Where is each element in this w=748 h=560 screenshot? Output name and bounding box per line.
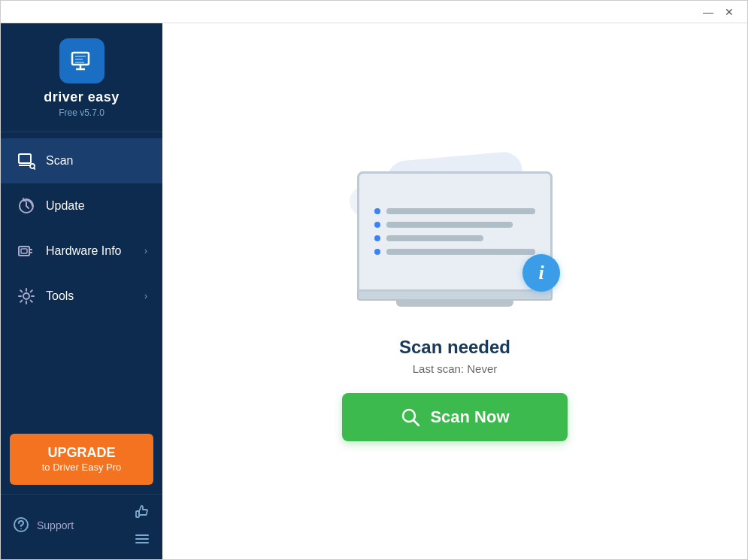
upgrade-sub-text: to Driver Easy Pro bbox=[17, 462, 146, 474]
app-logo-icon bbox=[59, 38, 104, 83]
main-content: i Scan needed Last scan: Never Scan Now bbox=[162, 23, 747, 559]
sidebar-bottom: Support bbox=[1, 494, 162, 559]
line-2 bbox=[386, 222, 513, 228]
logo-area: driver easy Free v5.7.0 bbox=[1, 23, 162, 132]
laptop-row-1 bbox=[374, 208, 535, 214]
scan-illustration: i bbox=[327, 141, 583, 322]
svg-rect-19 bbox=[136, 511, 139, 517]
laptop-base bbox=[357, 292, 553, 301]
sidebar-item-tools[interactable]: Tools › bbox=[1, 274, 162, 319]
sidebar: driver easy Free v5.7.0 Scan bbox=[1, 23, 162, 559]
sidebar-item-scan[interactable]: Scan bbox=[1, 138, 162, 183]
tools-label: Tools bbox=[46, 289, 144, 303]
logo-svg bbox=[68, 47, 96, 75]
laptop-row-3 bbox=[374, 235, 535, 241]
svg-rect-12 bbox=[19, 247, 29, 256]
scan-needed-title: Scan needed bbox=[399, 337, 510, 358]
scan-now-label: Scan Now bbox=[430, 407, 509, 427]
sidebar-item-update[interactable]: Update bbox=[1, 183, 162, 229]
app-window: — ✕ bbox=[0, 0, 748, 560]
app-name: driver easy bbox=[44, 89, 120, 106]
svg-rect-15 bbox=[21, 249, 27, 253]
sidebar-item-hardware-info[interactable]: Hardware Info › bbox=[1, 229, 162, 274]
hardware-info-arrow: › bbox=[144, 246, 147, 256]
scan-icon bbox=[16, 150, 37, 171]
app-version: Free v5.7.0 bbox=[59, 107, 104, 118]
scan-now-button[interactable]: Scan Now bbox=[342, 393, 568, 441]
laptop-illustration bbox=[357, 171, 553, 307]
line-1 bbox=[386, 208, 535, 214]
line-3 bbox=[386, 235, 483, 241]
upgrade-button[interactable]: UPGRADE to Driver Easy Pro bbox=[10, 434, 153, 485]
laptop-row-4 bbox=[374, 249, 535, 255]
search-icon bbox=[400, 407, 421, 428]
update-icon bbox=[16, 195, 37, 216]
svg-line-24 bbox=[413, 420, 419, 425]
scan-label: Scan bbox=[46, 154, 147, 168]
hardware-icon bbox=[16, 241, 37, 262]
app-body: driver easy Free v5.7.0 Scan bbox=[1, 23, 747, 559]
support-label: Support bbox=[37, 519, 74, 531]
dot-3 bbox=[374, 235, 380, 241]
list-icon[interactable] bbox=[132, 529, 152, 549]
thumbs-up-icon[interactable] bbox=[132, 502, 152, 522]
tools-icon bbox=[16, 286, 37, 307]
minimize-button[interactable]: — bbox=[698, 4, 719, 20]
laptop-row-2 bbox=[374, 222, 535, 228]
scan-status: Scan needed Last scan: Never bbox=[399, 337, 510, 375]
upgrade-main-text: UPGRADE bbox=[17, 444, 146, 462]
support-icon bbox=[13, 516, 31, 534]
last-scan-label: Last scan: Never bbox=[399, 362, 510, 375]
tools-arrow: › bbox=[144, 291, 147, 301]
sidebar-bottom-icons bbox=[132, 502, 162, 549]
info-badge: i bbox=[522, 254, 560, 292]
svg-point-16 bbox=[23, 293, 29, 299]
dot-1 bbox=[374, 208, 380, 214]
svg-rect-7 bbox=[19, 154, 31, 163]
laptop-stand bbox=[396, 301, 513, 307]
support-item[interactable]: Support bbox=[1, 516, 74, 534]
nav-items: Scan Update bbox=[1, 132, 162, 426]
title-bar: — ✕ bbox=[1, 1, 747, 23]
dot-4 bbox=[374, 249, 380, 255]
svg-point-18 bbox=[20, 528, 22, 530]
close-button[interactable]: ✕ bbox=[719, 4, 740, 20]
line-4 bbox=[386, 249, 535, 255]
svg-line-10 bbox=[34, 168, 35, 169]
dot-2 bbox=[374, 222, 380, 228]
hardware-info-label: Hardware Info bbox=[46, 244, 144, 258]
update-label: Update bbox=[46, 199, 147, 213]
